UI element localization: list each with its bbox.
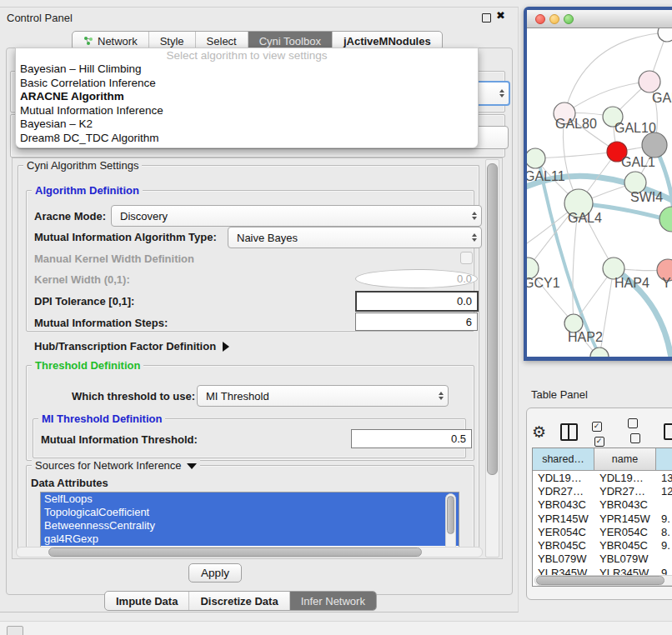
algorithm-option[interactable]: Bayesian – K2 (16, 118, 478, 132)
tab-jactivemnodules-label: jActiveMNodules (344, 35, 431, 48)
mi-type-combo[interactable]: Naive Bayes (228, 227, 482, 248)
mini-button[interactable] (7, 626, 23, 635)
attribute-item[interactable]: BetweennessCentrality (41, 519, 459, 532)
hub-definition-toggle[interactable]: Hub/Transcription Factor Definition (34, 340, 229, 352)
table-cell[interactable] (656, 552, 672, 566)
network-window-inner: GALGAL80GAL10GAL1GAL11SWI4GAL4GCY1HAP4YH… (527, 10, 672, 357)
network-node[interactable] (658, 28, 672, 42)
mi-threshold-value: 0.5 (451, 432, 466, 445)
table-cell[interactable]: YBR043C (533, 498, 594, 512)
table-cell[interactable]: YER054C (594, 525, 656, 538)
table-cell[interactable]: YBL079W (594, 552, 656, 566)
table-body: YDL19…YDL19…13YDR27…YDR27…12YBR043CYBR04… (533, 471, 672, 587)
threshold-definition-title: Threshold Definition (32, 359, 143, 372)
float-window-icon[interactable] (482, 13, 491, 22)
tab-impute-data[interactable]: Impute Data (105, 592, 189, 610)
attribute-item[interactable]: TopologicalCoefficient (41, 506, 459, 519)
close-panel-icon[interactable]: ✖ (496, 9, 505, 22)
which-threshold-value: MI Threshold (206, 390, 269, 402)
data-attributes-list[interactable]: SelfLoopsTopologicalCoefficientBetweenne… (40, 492, 459, 555)
table-hscrollbar[interactable] (534, 575, 672, 586)
algorithm-option[interactable]: ARACNE Algorithm (16, 90, 478, 104)
network-node[interactable] (590, 348, 609, 357)
table-cell[interactable]: YBL079W (533, 552, 594, 566)
algorithm-option[interactable]: Basic Correlation Inference (16, 77, 478, 91)
mi-steps-field[interactable]: 6 (355, 312, 478, 331)
hub-definition-label: Hub/Transcription Factor Definition (34, 340, 216, 352)
settings-hscrollbar[interactable] (16, 547, 483, 558)
network-node-gal[interactable] (639, 71, 660, 92)
tab-select-label: Select (207, 35, 237, 48)
close-window-icon[interactable] (535, 14, 545, 24)
table-cell[interactable]: 13 (656, 471, 672, 484)
table-cell[interactable]: YBR045C (533, 538, 594, 552)
column-header-shared-name[interactable]: shared… (533, 448, 594, 470)
network-canvas[interactable]: GALGAL80GAL10GAL1GAL11SWI4GAL4GCY1HAP4YH… (527, 28, 672, 357)
tab-infer-network[interactable]: Infer Network (290, 592, 376, 610)
apply-button[interactable]: Apply (188, 563, 242, 582)
table-cell[interactable]: YER054C (533, 525, 594, 538)
table-cell[interactable]: YPR145W (533, 512, 594, 525)
columns-icon[interactable] (560, 423, 578, 441)
node-label: GAL (652, 91, 672, 105)
table-cell[interactable]: 8. (656, 525, 672, 538)
table-cell[interactable]: YDL19… (533, 471, 594, 484)
column-header-third[interactable]: A (656, 448, 672, 470)
table-cell[interactable]: 9. (656, 538, 672, 552)
table-row[interactable]: YER054CYER054C8. (533, 525, 672, 538)
network-node-gal11[interactable] (527, 148, 545, 168)
table-row[interactable]: YBL079WYBL079W (533, 552, 672, 566)
attributes-scrollbar[interactable] (445, 493, 456, 552)
algorithm-dropdown-list: Bayesian – Hill ClimbingBasic Correlatio… (16, 62, 478, 145)
mi-threshold-field[interactable]: 0.5 (351, 429, 472, 448)
table-cell[interactable]: YDR27… (533, 484, 594, 498)
maximize-window-icon[interactable] (564, 14, 574, 24)
select-all-columns-icon[interactable]: ✓✓ (592, 417, 614, 447)
network-view-window[interactable]: GALGAL80GAL10GAL1GAL11SWI4GAL4GCY1HAP4YH… (524, 7, 672, 361)
network-node[interactable] (659, 207, 672, 232)
network-node[interactable] (642, 132, 667, 158)
which-threshold-label: Which threshold to use: (72, 390, 195, 402)
table-row[interactable]: YDR27…YDR27…12 (533, 484, 672, 498)
table-cell[interactable]: YDR27… (594, 484, 656, 498)
algorithm-option[interactable]: Bayesian – Hill Climbing (16, 62, 478, 77)
manual-kernel-checkbox[interactable] (460, 252, 473, 264)
table-cell[interactable]: YBR045C (594, 538, 656, 552)
table-row[interactable]: YPR145WYPR145W9. (533, 512, 672, 525)
kernel-width-field[interactable]: 0.0 (355, 269, 478, 288)
settings-vscrollbar[interactable] (485, 159, 499, 558)
network-window-titlebar[interactable] (527, 10, 672, 28)
algorithm-option[interactable]: Dream8 DC_TDC Algorithm (16, 132, 478, 146)
table-cell[interactable]: YDL19… (594, 471, 656, 484)
column-header-name[interactable]: name (594, 448, 656, 470)
attribute-item[interactable]: SelfLoops (41, 492, 459, 506)
mi-threshold-group-title: MI Threshold Definition (38, 412, 165, 425)
table-cell[interactable]: 12 (656, 484, 672, 498)
node-table[interactable]: shared… name A YDL19…YDL19…13YDR27…YDR27… (532, 448, 672, 587)
dpi-tolerance-label: DPI Tolerance [0,1]: (34, 295, 134, 308)
aracne-mode-combo[interactable]: Discovery (111, 205, 482, 227)
table-row[interactable]: YBR043CYBR043C (533, 498, 672, 512)
aracne-mode-value: Discovery (120, 210, 168, 222)
table-cell[interactable]: 9. (656, 512, 672, 525)
minimize-window-icon[interactable] (549, 14, 559, 24)
tab-network-label: Network (98, 35, 138, 48)
algorithm-dropdown-popup: Select algorithm to view settings Bayesi… (15, 48, 479, 148)
table-row[interactable]: YBR045CYBR045C9. (533, 538, 672, 552)
node-label: SWI4 (630, 190, 663, 204)
table-cell[interactable] (656, 498, 672, 512)
file-icon[interactable] (664, 423, 672, 440)
table-cell[interactable]: YBR043C (594, 498, 656, 512)
which-threshold-combo[interactable]: MI Threshold (197, 385, 449, 407)
attribute-item[interactable]: gal4RGexp (41, 532, 459, 546)
data-attributes-label: Data Attributes (31, 477, 108, 489)
dpi-tolerance-field[interactable]: 0.0 (355, 291, 479, 312)
table-cell[interactable]: YPR145W (594, 512, 656, 525)
gear-icon[interactable]: ⚙ (532, 424, 546, 440)
tab-discretize-data[interactable]: Discretize Data (189, 592, 289, 610)
deselect-columns-icon[interactable] (628, 417, 649, 447)
mi-type-value: Naive Bayes (237, 232, 298, 244)
kernel-width-label: Kernel Width (0,1): (34, 273, 130, 286)
algorithm-option[interactable]: Mutual Information Inference (16, 104, 478, 118)
table-row[interactable]: YDL19…YDL19…13 (533, 471, 672, 484)
